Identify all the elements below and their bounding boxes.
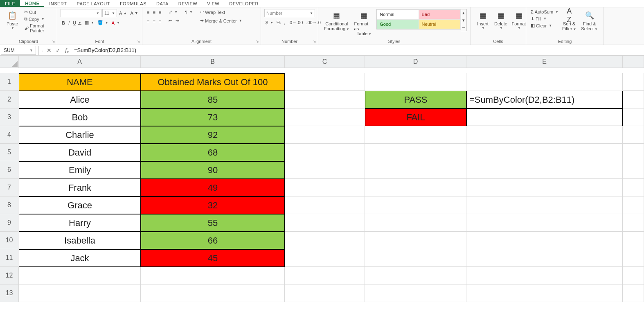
cell[interactable] [623, 232, 644, 249]
cell-b5[interactable]: 68 [141, 144, 285, 161]
cell[interactable] [19, 284, 141, 302]
accounting-button[interactable]: $▼ [264, 20, 275, 25]
cell[interactable] [466, 179, 623, 196]
conditional-formatting-button[interactable]: ▦ Conditional Formatting▼ [322, 9, 352, 32]
row-header[interactable]: 5 [0, 144, 19, 161]
italic-button[interactable]: I [67, 20, 71, 26]
cell[interactable] [365, 161, 466, 179]
cell[interactable] [365, 267, 466, 284]
style-bad[interactable]: Bad [419, 9, 461, 19]
col-header-d[interactable]: D [365, 56, 466, 68]
align-center-button[interactable]: ≡ [151, 18, 156, 24]
name-box[interactable]: SUM▼ [1, 46, 36, 55]
cut-button[interactable]: ✂Cut [23, 9, 54, 15]
row-header[interactable]: 9 [0, 214, 19, 232]
cell[interactable] [365, 144, 466, 161]
style-good[interactable]: Good [377, 19, 419, 29]
cell[interactable] [623, 196, 644, 214]
cell[interactable] [141, 284, 285, 302]
wrap-text-button[interactable]: ↩Wrap Text [199, 9, 243, 15]
font-launcher[interactable]: ↘ [136, 39, 141, 44]
cell[interactable] [365, 196, 466, 214]
cell[interactable] [19, 267, 141, 284]
cell-c1[interactable] [285, 73, 365, 91]
clipboard-launcher[interactable]: ↘ [51, 39, 56, 44]
cell[interactable] [285, 284, 365, 302]
cell-styles-gallery[interactable]: Normal Bad Good Neutral [376, 9, 461, 29]
cell-a10[interactable]: Isabella [19, 232, 141, 249]
cell[interactable] [623, 267, 644, 284]
bold-button[interactable]: B [61, 20, 66, 26]
cell-d3[interactable]: FAIL [365, 108, 466, 126]
row-header[interactable]: 11 [0, 249, 19, 267]
row-header[interactable]: 13 [0, 284, 19, 302]
comma-button[interactable]: , [283, 20, 286, 25]
copy-button[interactable]: ⧉Copy▼ [23, 16, 54, 22]
row-header[interactable]: 12 [0, 267, 19, 284]
cell[interactable] [623, 108, 644, 126]
cell[interactable] [623, 91, 644, 108]
cell[interactable] [466, 214, 623, 232]
cell-b4[interactable]: 92 [141, 126, 285, 144]
tab-data[interactable]: DATA [151, 0, 173, 7]
cell[interactable] [365, 249, 466, 267]
cell-a2[interactable]: Alice [19, 91, 141, 108]
number-launcher[interactable]: ↘ [312, 39, 317, 44]
cell[interactable] [365, 284, 466, 302]
cell[interactable] [466, 249, 623, 267]
merge-center-button[interactable]: ⬌Merge & Center▼ [199, 18, 243, 24]
cell-e2[interactable]: =SumByColor(D2,B2:B11) [466, 91, 623, 108]
fill-color-button[interactable]: 🪣▼ [96, 20, 110, 26]
cancel-formula-button[interactable]: ✕ [45, 46, 54, 55]
cell[interactable] [365, 232, 466, 249]
cell[interactable] [623, 284, 644, 302]
cell[interactable] [623, 179, 644, 196]
cell-a1[interactable]: NAME [19, 73, 141, 91]
orientation-button[interactable]: ⤢▼ [167, 9, 179, 15]
enter-formula-button[interactable]: ✓ [54, 46, 63, 55]
cell-a4[interactable]: Charlie [19, 126, 141, 144]
gallery-up-button[interactable]: ▴ [461, 9, 466, 16]
percent-button[interactable]: % [275, 20, 282, 25]
cell[interactable] [285, 214, 365, 232]
cell[interactable] [466, 161, 623, 179]
row-header[interactable]: 10 [0, 232, 19, 249]
cell[interactable] [623, 161, 644, 179]
tab-file[interactable]: FILE [0, 0, 20, 7]
cell-e3[interactable] [466, 108, 623, 126]
fill-button[interactable]: ⬇Fill▼ [529, 16, 560, 22]
cell-a9[interactable]: Harry [19, 214, 141, 232]
cell-b8[interactable]: 32 [141, 196, 285, 214]
cell[interactable] [466, 267, 623, 284]
underline-button[interactable]: U▼ [72, 20, 83, 26]
sort-filter-button[interactable]: AZSort &Filter▼ [560, 9, 579, 32]
cell-c3[interactable] [285, 108, 365, 126]
cell-b9[interactable]: 55 [141, 214, 285, 232]
row-header[interactable]: 4 [0, 126, 19, 144]
find-select-button[interactable]: 🔍Find &Select▼ [579, 9, 600, 32]
cell[interactable] [285, 161, 365, 179]
cell-d2[interactable]: PASS [365, 91, 466, 108]
font-family-combo[interactable]: ▼ [61, 9, 101, 17]
col-header-next[interactable] [623, 56, 644, 68]
cell[interactable] [141, 267, 285, 284]
tab-review[interactable]: REVIEW [173, 0, 202, 7]
decrease-font-button[interactable]: A▼ [129, 10, 139, 16]
autosum-button[interactable]: ΣAutoSum▼ [529, 9, 560, 15]
row-header[interactable]: 7 [0, 179, 19, 196]
row-header[interactable]: 1 [0, 73, 19, 91]
cell-b3[interactable]: 73 [141, 108, 285, 126]
align-bottom-button[interactable]: ≡ [158, 9, 162, 15]
col-header-c[interactable]: C [285, 56, 365, 68]
cell[interactable] [466, 196, 623, 214]
formula-input[interactable] [72, 46, 644, 55]
gallery-more-button[interactable]: ⎼ [461, 24, 466, 31]
increase-font-button[interactable]: A▲ [118, 10, 128, 16]
delete-cells-button[interactable]: ▦Delete▼ [492, 9, 510, 31]
col-header-e[interactable]: E [466, 56, 623, 68]
cell[interactable] [285, 267, 365, 284]
align-top-button[interactable]: ≡ [146, 9, 151, 15]
align-middle-button[interactable]: ≡ [151, 9, 156, 15]
paste-button[interactable]: 📋 Paste ▼ [3, 9, 21, 31]
cell-c2[interactable] [285, 91, 365, 108]
